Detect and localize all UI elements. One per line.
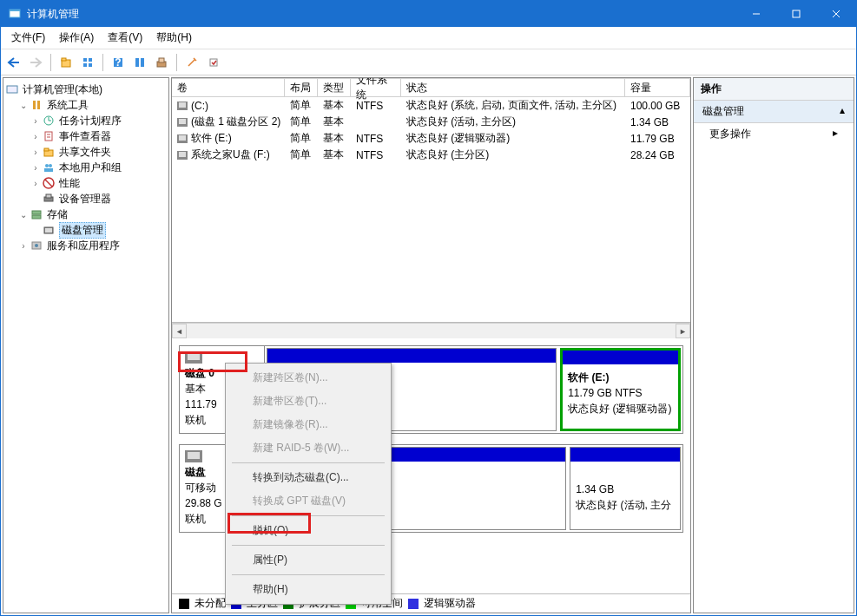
- cm-offline[interactable]: 脱机(O): [228, 519, 388, 542]
- main-area: 计算机管理(本地) ⌄系统工具 ›任务计划程序 ›事件查看器 ›共享文件夹 ›本…: [1, 75, 856, 615]
- col-fs[interactable]: 文件系统: [351, 78, 401, 96]
- tree-devmgr[interactable]: 设备管理器: [5, 191, 167, 206]
- svg-rect-1: [10, 10, 20, 11]
- svg-rect-38: [32, 215, 41, 219]
- svg-rect-17: [159, 58, 164, 62]
- svg-rect-10: [83, 63, 87, 67]
- partition-header: [570, 448, 680, 462]
- menu-view[interactable]: 查看(V): [101, 28, 149, 48]
- svg-rect-29: [44, 148, 49, 151]
- cm-striped: 新建带区卷(T)...: [228, 390, 388, 413]
- tree-systools[interactable]: ⌄系统工具: [5, 97, 167, 113]
- partition-2[interactable]: 1.34 GB 状态良好 (活动, 主分: [570, 447, 681, 530]
- col-status[interactable]: 状态: [401, 78, 625, 96]
- up-button[interactable]: [56, 53, 76, 72]
- svg-point-31: [49, 164, 52, 167]
- back-button[interactable]: [4, 53, 23, 72]
- actions-title: 操作: [694, 78, 854, 101]
- drive-icon: [177, 102, 188, 110]
- grid-button[interactable]: [78, 53, 97, 72]
- help-button[interactable]: ?: [109, 53, 128, 72]
- tree-services[interactable]: ›服务和应用程序: [5, 238, 167, 253]
- svg-point-30: [45, 164, 49, 167]
- legend-unalloc-swatch: [179, 599, 189, 609]
- drive-icon: [177, 118, 188, 127]
- toolbar: ?: [1, 49, 856, 75]
- partition-e[interactable]: 软件 (E:) 11.79 GB NTFS 状态良好 (逻辑驱动器): [560, 348, 681, 431]
- svg-rect-21: [37, 101, 40, 109]
- cm-props[interactable]: 属性(P): [228, 548, 388, 572]
- svg-rect-11: [89, 63, 92, 67]
- tree-events[interactable]: ›事件查看器: [5, 128, 167, 144]
- tree-tasks[interactable]: ›任务计划程序: [5, 113, 167, 128]
- drive-icon: [177, 151, 188, 160]
- menu-action[interactable]: 操作(A): [52, 28, 101, 48]
- collapse-icon: ▴: [840, 104, 845, 119]
- tree-root[interactable]: 计算机管理(本地): [5, 82, 167, 97]
- svg-rect-40: [45, 228, 52, 233]
- actions-section[interactable]: 磁盘管理▴: [694, 101, 854, 123]
- col-volume[interactable]: 卷: [172, 78, 285, 96]
- col-type[interactable]: 类型: [318, 78, 351, 96]
- tree-perf[interactable]: ›性能: [5, 175, 167, 191]
- col-layout[interactable]: 布局: [285, 78, 318, 96]
- volume-row[interactable]: 软件 (E:)简单基本NTFS状态良好 (逻辑驱动器)11.79 GB: [172, 130, 690, 147]
- volume-row[interactable]: (磁盘 1 磁盘分区 2)简单基本状态良好 (活动, 主分区)1.34 GB: [172, 114, 690, 130]
- context-menu: 新建跨区卷(N)... 新建带区卷(T)... 新建镜像卷(R)... 新建 R…: [225, 363, 392, 605]
- menu-help[interactable]: 帮助(H): [149, 28, 199, 48]
- more-actions[interactable]: 更多操作▸: [694, 123, 854, 145]
- action1-button[interactable]: [182, 53, 201, 72]
- action2-button[interactable]: [204, 53, 223, 72]
- chevron-right-icon: ▸: [833, 127, 838, 141]
- volume-row[interactable]: 系统之家U盘 (F:)简单基本NTFS状态良好 (主分区)28.24 GB: [172, 147, 690, 163]
- svg-text:?: ?: [115, 56, 121, 69]
- disk-icon: [185, 351, 202, 364]
- svg-point-42: [35, 244, 38, 247]
- close-button[interactable]: [816, 1, 856, 27]
- volume-row[interactable]: (C:)简单基本NTFS状态良好 (系统, 启动, 页面文件, 活动, 主分区)…: [172, 97, 690, 114]
- tree-users[interactable]: ›本地用户和组: [5, 160, 167, 175]
- svg-rect-7: [62, 58, 66, 61]
- tree-storage[interactable]: ⌄存储: [5, 206, 167, 222]
- legend-logical-swatch: [408, 599, 419, 609]
- disk-icon: [185, 450, 202, 462]
- svg-rect-9: [89, 58, 92, 62]
- scroll-right-icon[interactable]: ►: [676, 324, 690, 338]
- cm-dynamic[interactable]: 转换到动态磁盘(C)...: [228, 466, 388, 489]
- tree-pane: 计算机管理(本地) ⌄系统工具 ›任务计划程序 ›事件查看器 ›共享文件夹 ›本…: [3, 77, 169, 613]
- scroll-left-icon[interactable]: ◄: [172, 324, 187, 338]
- props-button[interactable]: [130, 53, 149, 72]
- h-scrollbar[interactable]: ◄ ►: [172, 323, 690, 338]
- partition-header: [563, 351, 678, 364]
- drive-icon: [177, 134, 188, 143]
- tree-diskmgmt[interactable]: 磁盘管理: [5, 222, 167, 238]
- svg-rect-8: [83, 58, 87, 62]
- cm-raid5: 新建 RAID-5 卷(W)...: [228, 436, 388, 460]
- app-icon: [8, 7, 22, 21]
- col-cap[interactable]: 容量: [625, 78, 690, 96]
- refresh-button[interactable]: [152, 53, 171, 72]
- cm-gpt: 转换成 GPT 磁盘(V): [228, 489, 388, 513]
- menu-file[interactable]: 文件(F): [4, 28, 52, 48]
- tree-shared[interactable]: ›共享文件夹: [5, 144, 167, 160]
- svg-rect-32: [44, 168, 53, 172]
- cm-help[interactable]: 帮助(H): [228, 578, 388, 601]
- svg-rect-37: [32, 211, 41, 214]
- svg-rect-3: [793, 10, 800, 17]
- partition-header: [267, 349, 556, 363]
- svg-rect-25: [45, 132, 52, 141]
- cm-mirror: 新建镜像卷(R)...: [228, 413, 388, 436]
- menubar: 文件(F) 操作(A) 查看(V) 帮助(H): [1, 27, 856, 49]
- svg-rect-19: [7, 86, 17, 93]
- svg-rect-36: [46, 194, 51, 198]
- svg-rect-15: [141, 58, 144, 67]
- actions-pane: 操作 磁盘管理▴ 更多操作▸: [693, 77, 854, 613]
- svg-rect-20: [33, 101, 36, 109]
- forward-button[interactable]: [26, 53, 45, 72]
- window-title: 计算机管理: [27, 7, 736, 22]
- maximize-button[interactable]: [776, 1, 816, 27]
- minimize-button[interactable]: [736, 1, 776, 27]
- volume-header: 卷 布局 类型 文件系统 状态 容量: [172, 78, 690, 97]
- svg-rect-14: [135, 58, 139, 67]
- volume-list: (C:)简单基本NTFS状态良好 (系统, 启动, 页面文件, 活动, 主分区)…: [172, 97, 690, 323]
